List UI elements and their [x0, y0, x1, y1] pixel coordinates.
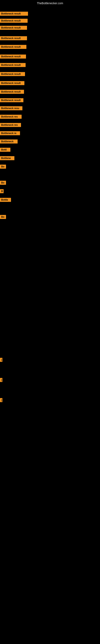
- bottleneck-label: Bottle: [0, 198, 11, 202]
- bottleneck-result-row: |: [0, 358, 100, 363]
- bottleneck-label: Bottleneck result: [0, 81, 24, 85]
- bottleneck-label: Bottleneck result: [0, 45, 26, 49]
- bottleneck-result-row: Bottleneck result: [0, 19, 100, 24]
- bottleneck-result-row: |: [0, 398, 100, 403]
- bottleneck-result-row: Bottlene: [0, 156, 100, 161]
- bottleneck-label: Bottleneck result: [0, 90, 24, 94]
- bottleneck-result-row: Bottle: [0, 198, 100, 203]
- bottleneck-label: Bottleneck resu: [0, 106, 22, 110]
- bottleneck-result-row: Bo: [0, 164, 100, 170]
- bottleneck-result-row: Bo: [0, 215, 100, 220]
- bottleneck-label: |: [0, 358, 2, 362]
- bottleneck-result-row: Bottleneck: [0, 140, 100, 144]
- bottleneck-result-row: Bottleneck result: [0, 26, 100, 30]
- bottleneck-label: |: [0, 378, 2, 382]
- bottleneck-result-row: Bottleneck result: [0, 63, 100, 68]
- bottleneck-label: Bottleneck re: [0, 131, 20, 135]
- bottleneck-label: Bottleneck result: [0, 26, 27, 30]
- bottleneck-label: Bottleneck: [0, 140, 18, 144]
- bottleneck-result-row: Bottleneck result: [0, 45, 100, 50]
- bottleneck-result-row: Bottleneck result: [0, 81, 100, 86]
- bottleneck-label: Bottleneck result: [0, 63, 26, 67]
- bottleneck-label: Bottleneck result: [0, 98, 23, 102]
- bottleneck-label: Bo: [0, 215, 6, 219]
- bottleneck-label: Bottleneck result: [0, 19, 28, 23]
- bottleneck-result-row: Bottleneck result: [0, 90, 100, 94]
- bottleneck-label: Bottleneck result: [0, 54, 26, 58]
- bottleneck-label: B: [0, 189, 3, 193]
- bottleneck-result-row: Bottleneck res: [0, 123, 100, 128]
- bottleneck-result-row: Bottleneck result: [0, 72, 100, 77]
- bottleneck-label: Bo: [0, 181, 6, 185]
- bottleneck-result-row: |: [0, 378, 100, 383]
- bottleneck-label: Bo: [0, 164, 6, 169]
- bottleneck-label: Bottlene: [0, 156, 14, 160]
- bottleneck-result-row: Bottleneck result: [0, 54, 100, 59]
- bottleneck-result-row: Bottleneck result: [0, 36, 100, 41]
- bottleneck-label: Bottleneck result: [0, 36, 27, 40]
- bottleneck-label: Bottleneck result: [0, 72, 25, 76]
- bottleneck-label: Bottleneck res: [0, 123, 21, 127]
- bottleneck-result-row: Bo: [0, 181, 100, 186]
- bottleneck-result-row: Bottleneck resu: [0, 106, 100, 111]
- bottleneck-result-row: Bottl: [0, 148, 100, 152]
- bottleneck-label: Bottl: [0, 148, 10, 152]
- bottleneck-result-row: Bottleneck result: [0, 12, 100, 16]
- bottleneck-label: Bottleneck result: [0, 12, 28, 16]
- bottleneck-result-row: Bottleneck res: [0, 115, 100, 120]
- bottleneck-result-row: Bottleneck result: [0, 98, 100, 103]
- bottleneck-result-row: B: [0, 189, 100, 194]
- bottleneck-label: |: [0, 398, 2, 402]
- bottleneck-result-row: Bottleneck re: [0, 131, 100, 136]
- site-title: TheBottlenecker.com: [0, 0, 100, 6]
- bottleneck-label: Bottleneck res: [0, 115, 22, 119]
